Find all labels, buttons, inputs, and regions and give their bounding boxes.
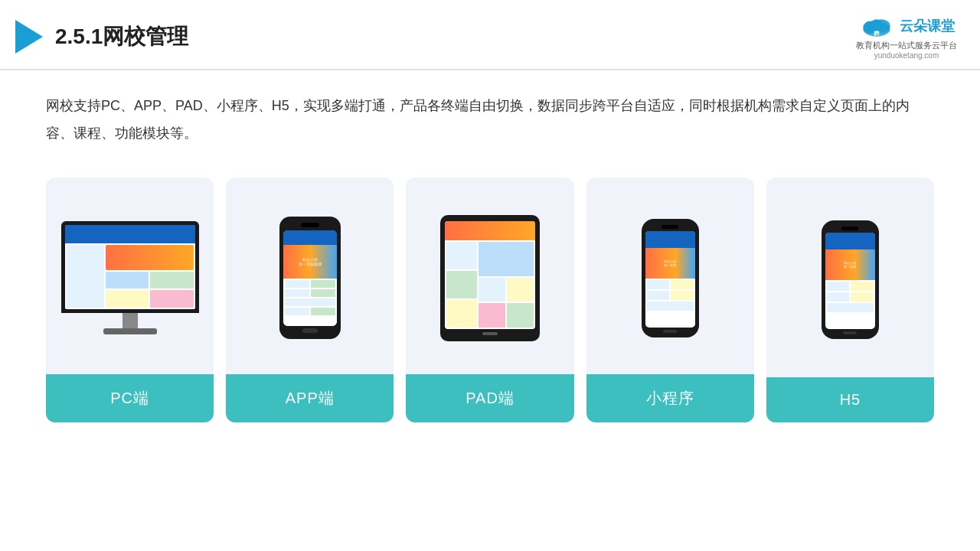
- logo-subtitle: 教育机构一站式服务云平台: [856, 40, 957, 51]
- miniphone-screen-h5: 职达人的第一堂课: [825, 233, 875, 329]
- card-pc-label: PC端: [46, 374, 214, 422]
- phone-notch: [301, 223, 319, 227]
- cloud-logo-icon: 云: [858, 14, 895, 38]
- miniphone-mockup-mp: 职达人的第一堂课: [642, 219, 699, 337]
- logo-area: 云 云朵课堂 教育机构一站式服务云平台 yunduoketang.com: [856, 14, 957, 60]
- logo-text: 云朵课堂: [900, 17, 955, 35]
- tablet-screen: [445, 221, 535, 329]
- card-h5: 职达人的第一堂课: [766, 178, 934, 422]
- pc-monitor-icon: [61, 221, 199, 334]
- miniphone-home-button: [663, 330, 677, 333]
- miniphone-mockup-h5: 职达人的第一堂课: [822, 220, 879, 339]
- page-header: 2.5.1网校管理 云 云朵课堂 教育机构一站式服务云平台 yunduoketa…: [0, 0, 980, 70]
- card-miniprogram-label: 小程序: [586, 374, 754, 422]
- svg-text:云: 云: [875, 33, 879, 37]
- cards-container: PC端 职达人的第一堂刷题课: [0, 162, 980, 445]
- card-pad: PAD端: [406, 178, 573, 422]
- miniphone-notch: [662, 225, 678, 229]
- phone-mockup-app: 职达人的第一堂刷题课: [279, 217, 341, 339]
- svg-point-3: [871, 19, 883, 30]
- page-title: 2.5.1网校管理: [55, 22, 188, 51]
- card-app-image: 职达人的第一堂刷题课: [226, 178, 394, 374]
- miniphone-screen: 职达人的第一堂课: [645, 231, 695, 328]
- card-pc: PC端: [46, 178, 214, 422]
- phone-screen: 职达人的第一堂刷题课: [283, 230, 337, 326]
- card-h5-label: H5: [766, 377, 934, 422]
- card-pc-image: [46, 178, 214, 374]
- header-left: 2.5.1网校管理: [15, 20, 188, 54]
- card-miniprogram-image: 职达人的第一堂课: [586, 178, 754, 374]
- play-icon: [15, 20, 43, 54]
- card-app-label: APP端: [226, 374, 394, 422]
- card-pad-label: PAD端: [406, 374, 573, 422]
- tablet-home-button: [482, 332, 498, 335]
- phone-home-button: [302, 328, 318, 333]
- logo-cloud: 云 云朵课堂: [858, 14, 955, 38]
- description-text: 网校支持PC、APP、PAD、小程序、H5，实现多端打通，产品各终端自由切换，数…: [0, 70, 980, 155]
- card-pad-image: [406, 178, 573, 374]
- card-app: 职达人的第一堂刷题课: [226, 178, 394, 422]
- card-h5-image: 职达人的第一堂课: [766, 178, 934, 377]
- logo-url: yunduoketang.com: [874, 51, 939, 60]
- miniphone-notch-h5: [841, 227, 858, 230]
- tablet-mockup-pad: [440, 215, 540, 341]
- card-miniprogram: 职达人的第一堂课: [586, 178, 754, 422]
- miniphone-home-button-h5: [843, 331, 857, 334]
